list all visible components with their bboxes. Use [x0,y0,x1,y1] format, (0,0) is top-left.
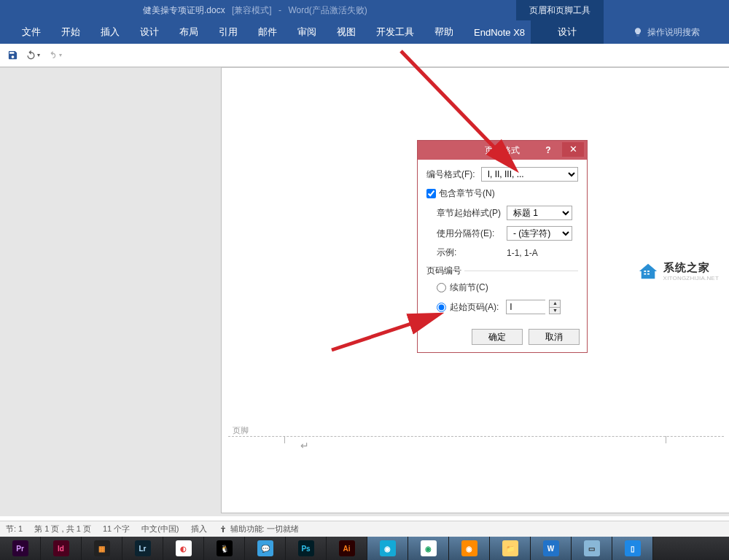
page-number-format-dialog: 页码格式 ? ✕ 编号格式(F): I, II, III, ... 包含章节号(… [417,140,588,353]
tab-references[interactable]: 引用 [208,20,248,44]
dialog-titlebar[interactable]: 页码格式 ? ✕ [418,141,587,160]
page-numbering-group-label: 页码编号 [426,265,464,277]
dialog-help-button[interactable]: ? [537,141,559,160]
tab-home[interactable]: 开始 [51,20,90,44]
chapter-style-select[interactable]: 标题 1 [507,206,572,220]
separator-label: 使用分隔符(E): [437,228,507,240]
quick-access-toolbar: ▾ ▾ [0,44,729,67]
tab-developer[interactable]: 开发工具 [366,20,424,44]
continue-prev-label: 续前节(C) [450,281,488,294]
ok-button[interactable]: 确定 [472,329,523,345]
svg-rect-4 [644,273,646,275]
tab-insert[interactable]: 插入 [90,20,130,44]
example-row: 示例: 1-1, 1-A [437,246,578,259]
taskbar-item-phone[interactable]: ▯ [612,537,653,560]
taskbar-item-indesign[interactable]: Id [41,537,82,560]
phone-icon: ▯ [625,540,641,556]
wps-icon: W [543,540,559,556]
ribbon-search[interactable]: 操作说明搜索 [633,20,700,44]
taskbar-item-media[interactable]: ▦ [82,537,122,560]
taskbar-item-explorer[interactable]: 📁 [490,537,531,560]
separator-row: 使用分隔符(E): - (连字符) [437,226,578,241]
tab-context-design[interactable]: 设计 [531,20,604,44]
status-language[interactable]: 中文(中国) [141,524,179,534]
taskbar-item-wps[interactable]: W [531,537,572,560]
taskbar-item-photoshop[interactable]: Ps [286,537,327,560]
tab-file[interactable]: 文件 [12,20,51,44]
chapter-style-label: 章节起始样式(P) [437,207,507,219]
spin-down-button[interactable]: ▼ [549,307,561,314]
explorer-icon: 📁 [502,540,518,556]
taskbar: PrId▦Lr◐🐧💬PsAi◉◉◉📁W▭▯ [0,537,729,560]
taskbar-item-chrome[interactable]: ◉ [408,537,449,560]
status-insert[interactable]: 插入 [191,524,207,534]
status-page[interactable]: 第 1 页 , 共 1 页 [34,524,91,534]
chrome-icon: ◉ [421,540,437,556]
example-label: 示例: [437,246,507,259]
start-at-label: 起始页码(A): [450,301,499,314]
cancel-button[interactable]: 取消 [529,329,580,345]
tab-endnote[interactable]: EndNote X8 [464,20,535,44]
indesign-icon: Id [53,540,69,556]
status-a11y: 辅助功能: 一切就绪 [230,524,299,534]
taskbar-item-opera[interactable]: ◐ [163,537,204,560]
status-section[interactable]: 节: 1 [6,524,23,534]
include-chapter-label: 包含章节号(N) [439,187,495,200]
browser3-icon: ◉ [461,540,477,556]
status-a11y-wrap[interactable]: 辅助功能: 一切就绪 [219,524,299,534]
document-area: 页脚 ↵ [0,67,729,516]
start-at-input[interactable] [506,300,545,314]
watermark-en: XITONGZHIJIA.NET [663,275,719,281]
browser1-icon: ◉ [380,540,396,556]
taskbar-item-browser1[interactable]: ◉ [367,537,408,560]
premiere-icon: Pr [12,540,28,556]
taskbar-item-notes[interactable]: ▭ [572,537,612,560]
undo-icon [26,50,36,61]
save-button[interactable] [7,50,18,61]
watermark: 系统之家 XITONGZHIJIA.NET [637,261,719,281]
illustrator-icon: Ai [339,540,355,556]
svg-rect-5 [647,273,650,275]
tab-view[interactable]: 视图 [327,20,366,44]
app-name: Word(产品激活失败) [288,5,367,15]
example-value: 1-1, 1-A [507,248,538,258]
watermark-zh: 系统之家 [663,261,719,275]
chat-icon: 💬 [257,540,273,556]
continue-prev-row: 续前节(C) [437,281,578,294]
taskbar-item-lightroom[interactable]: Lr [122,537,163,560]
separator-select[interactable]: - (连字符) [507,226,572,241]
title-sep: - [278,5,281,15]
taskbar-item-chat[interactable]: 💬 [245,537,286,560]
tab-mailings[interactable]: 邮件 [248,20,287,44]
status-words[interactable]: 11 个字 [103,524,130,534]
start-at-spinner: ▲ ▼ [506,300,561,314]
contextual-tool-tab: 页眉和页脚工具 [516,0,604,20]
continue-prev-radio[interactable] [437,283,446,292]
taskbar-item-premiere[interactable]: Pr [0,537,41,560]
spin-up-button[interactable]: ▲ [549,300,561,307]
number-format-label: 编号格式(F): [426,168,475,181]
svg-point-6 [222,526,224,527]
qq-icon: 🐧 [217,540,233,556]
margin-marker-right [666,436,666,443]
tab-layout[interactable]: 布局 [169,20,208,44]
start-at-radio[interactable] [437,303,446,312]
redo-button[interactable]: ▾ [47,50,62,61]
number-format-select[interactable]: I, II, III, ... [481,167,578,182]
start-at-row: 起始页码(A): ▲ ▼ [437,300,578,314]
taskbar-item-illustrator[interactable]: Ai [327,537,367,560]
include-chapter-checkbox[interactable] [426,189,436,198]
title-bar: 健美操专项证明.docx [兼容模式] - Word(产品激活失败) 页眉和页脚… [0,0,729,20]
tab-help[interactable]: 帮助 [424,20,464,44]
tab-review[interactable]: 审阅 [287,20,327,44]
number-format-row: 编号格式(F): I, II, III, ... [426,167,578,182]
svg-rect-2 [644,271,646,272]
taskbar-item-browser3[interactable]: ◉ [449,537,490,560]
redo-icon [47,50,58,61]
taskbar-item-qq[interactable]: 🐧 [204,537,245,560]
tab-design[interactable]: 设计 [130,20,169,44]
lightroom-icon: Lr [135,540,151,556]
undo-button[interactable]: ▾ [26,50,40,61]
watermark-house-icon [637,262,659,281]
dialog-close-button[interactable]: ✕ [562,142,584,157]
